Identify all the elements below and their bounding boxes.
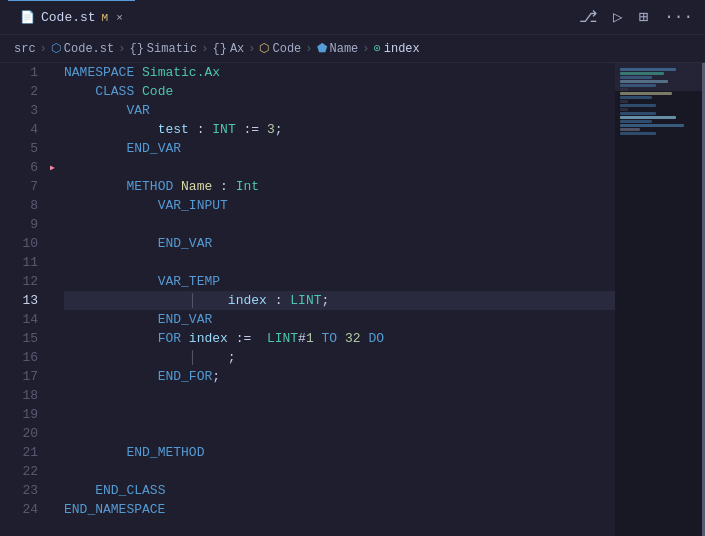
code-line-24: END_NAMESPACE (64, 500, 615, 519)
line-15: 15 (0, 329, 50, 348)
line-12: 12 (0, 272, 50, 291)
arrow-20 (50, 424, 64, 443)
code-line-17: END_FOR; (64, 367, 615, 386)
arrow-10 (50, 234, 64, 253)
line-3: 3 (0, 101, 50, 120)
arrow-2 (50, 82, 64, 101)
code-line-3: VAR (64, 101, 615, 120)
breadcrumb-src[interactable]: src (14, 42, 36, 56)
code-line-5: END_VAR (64, 139, 615, 158)
breadcrumb-codest-label: Code.st (64, 42, 114, 56)
code-line-12: VAR_TEMP (64, 272, 615, 291)
arrow-22 (50, 462, 64, 481)
line-13: 13 (0, 291, 50, 310)
line-20: 20 (0, 424, 50, 443)
breadcrumb-sep-3: › (201, 42, 208, 56)
editor-container: 1 2 3 4 5 6 7 8 9 10 11 12 13 14 15 16 1… (0, 63, 705, 536)
arrow-21 (50, 443, 64, 462)
arrow-6: ▶ (50, 158, 64, 177)
file-small-icon: ⬡ (51, 41, 61, 56)
breadcrumb: src › ⬡ Code.st › {} Simatic › {} Ax › ⬡… (0, 35, 705, 63)
method-icon: ⬟ (317, 41, 327, 56)
minimap-line-7 (620, 92, 672, 95)
breadcrumb-ax[interactable]: {} Ax (212, 42, 244, 56)
arrow-19 (50, 405, 64, 424)
minimap-line-10 (620, 104, 656, 107)
title-bar-actions: ⎇ ▷ ⊞ ··· (575, 5, 697, 29)
line-2: 2 (0, 82, 50, 101)
arrow-16 (50, 348, 64, 367)
breadcrumb-code[interactable]: ⬡ Code (259, 41, 301, 56)
tab-group: 📄 Code.st M × (8, 0, 135, 34)
arrow-17 (50, 367, 64, 386)
minimap-line-5 (620, 84, 656, 87)
breadcrumb-sep-5: › (305, 42, 312, 56)
line-8: 8 (0, 196, 50, 215)
arrow-11 (50, 253, 64, 272)
run-icon[interactable]: ▷ (609, 5, 627, 29)
code-line-15: FOR index := LINT#1 TO 32 DO (64, 329, 615, 348)
breadcrumb-simatic[interactable]: {} Simatic (129, 42, 197, 56)
source-control-icon[interactable]: ⎇ (575, 5, 601, 29)
breadcrumb-index-label: index (384, 42, 420, 56)
arrow-3 (50, 101, 64, 120)
line-9: 9 (0, 215, 50, 234)
more-icon[interactable]: ··· (660, 6, 697, 28)
code-line-8: VAR_INPUT (64, 196, 615, 215)
breadcrumb-sep-2: › (118, 42, 125, 56)
arrow-14 (50, 310, 64, 329)
namespace-icon: {} (129, 42, 143, 56)
line-1: 1 (0, 63, 50, 82)
minimap-line-8 (620, 96, 652, 99)
minimap-line-14 (620, 120, 652, 123)
breadcrumb-index[interactable]: ⊙ index (374, 41, 420, 56)
code-line-9 (64, 215, 615, 234)
arrow-24 (50, 500, 64, 519)
code-line-19 (64, 405, 615, 424)
line-18: 18 (0, 386, 50, 405)
code-line-10: END_VAR (64, 234, 615, 253)
tab-close-button[interactable]: × (116, 12, 123, 24)
breadcrumb-codest[interactable]: ⬡ Code.st (51, 41, 114, 56)
code-line-14: END_VAR (64, 310, 615, 329)
arrow-7 (50, 177, 64, 196)
file-icon: 📄 (20, 10, 35, 25)
code-line-18 (64, 386, 615, 405)
minimap-line-1 (620, 68, 676, 71)
line-6: 6 (0, 158, 50, 177)
code-line-4: test : INT := 3; (64, 120, 615, 139)
breadcrumb-simatic-label: Simatic (147, 42, 197, 56)
line-11: 11 (0, 253, 50, 272)
code-line-11 (64, 253, 615, 272)
minimap (615, 63, 705, 536)
class-icon: ⬡ (259, 41, 269, 56)
active-tab[interactable]: 📄 Code.st M × (8, 0, 135, 34)
minimap-line-2 (620, 72, 664, 75)
minimap-line-17 (620, 132, 656, 135)
breadcrumb-name[interactable]: ⬟ Name (317, 41, 359, 56)
code-line-6 (64, 158, 615, 177)
code-area[interactable]: NAMESPACE Simatic.Ax CLASS Code VAR test… (64, 63, 615, 536)
line-4: 4 (0, 120, 50, 139)
breadcrumb-src-label: src (14, 42, 36, 56)
arrow-23 (50, 481, 64, 500)
arrow-column: ▶ (50, 63, 64, 536)
breadcrumb-sep-4: › (248, 42, 255, 56)
line-24: 24 (0, 500, 50, 519)
line-7: 7 (0, 177, 50, 196)
minimap-line-3 (620, 76, 652, 79)
minimap-line-4 (620, 80, 668, 83)
line-numbers: 1 2 3 4 5 6 7 8 9 10 11 12 13 14 15 16 1… (0, 63, 50, 536)
arrow-1 (50, 63, 64, 82)
breadcrumb-sep-6: › (362, 42, 369, 56)
arrow-13 (50, 291, 64, 310)
title-bar: 📄 Code.st M × ⎇ ▷ ⊞ ··· (0, 0, 705, 35)
minimap-line-12 (620, 112, 656, 115)
line-17: 17 (0, 367, 50, 386)
arrow-15 (50, 329, 64, 348)
layout-icon[interactable]: ⊞ (635, 5, 653, 29)
arrow-18 (50, 386, 64, 405)
code-line-21: END_METHOD (64, 443, 615, 462)
minimap-content (620, 68, 700, 136)
code-line-22 (64, 462, 615, 481)
